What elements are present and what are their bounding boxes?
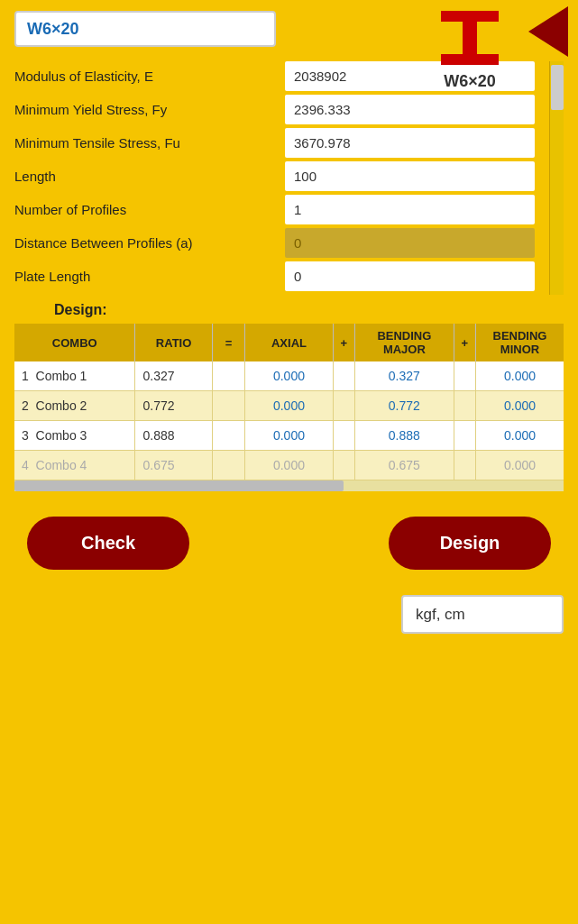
form-fields: Modulus of Elasticity, E Minimum Yield S… xyxy=(14,61,549,295)
table-row: 4 Combo 4 0.675 0.000 0.675 0.000 xyxy=(14,451,564,480)
buttons-row: Check Design xyxy=(0,499,578,588)
table-body: 1 Combo 1 0.327 0.000 0.327 0.000 2 Comb… xyxy=(14,361,564,480)
row4-bend-minor: 0.000 xyxy=(476,451,564,480)
table-row: 3 Combo 3 0.888 0.000 0.888 0.000 xyxy=(14,421,564,451)
row1-eq xyxy=(212,361,245,391)
section-select-wrapper: W6×20 W8×24 W10×30 W12×35 xyxy=(14,11,276,47)
beam-section-label: W6×20 xyxy=(444,72,496,91)
units-select[interactable]: kgf, cm kN, m lbf, in xyxy=(401,595,564,634)
table-horizontal-scrollbar[interactable] xyxy=(14,480,564,491)
header: W6×20 W8×24 W10×30 W12×35 W6×20 xyxy=(0,0,578,54)
table-scroll-area: COMBO RATIO = AXIAL + BENDINGMAJOR + BEN… xyxy=(14,324,564,491)
plate-length-label: Plate Length xyxy=(14,261,285,291)
num-profiles-row: Number of Profiles xyxy=(14,195,549,224)
back-arrow-icon xyxy=(528,6,568,57)
scrollbar-thumb xyxy=(551,65,564,110)
properties-scrollbar[interactable] xyxy=(549,61,564,295)
row2-axial: 0.000 xyxy=(245,391,333,421)
dist-profiles-label: Distance Between Profiles (a) xyxy=(14,228,285,258)
tensile-row: Minimum Tensile Stress, Fu xyxy=(14,128,549,158)
dist-profiles-input[interactable] xyxy=(285,228,535,258)
row3-plus1 xyxy=(333,421,354,451)
row1-plus2 xyxy=(454,361,475,391)
th-bend-minor: BENDINGMINOR xyxy=(476,324,564,361)
th-plus2: + xyxy=(454,324,475,361)
th-eq: = xyxy=(212,324,245,361)
num-profiles-label: Number of Profiles xyxy=(14,195,285,224)
num-profiles-input[interactable] xyxy=(285,195,535,224)
row3-num: 3 Combo 3 xyxy=(14,421,135,451)
row2-ratio: 0.772 xyxy=(135,391,212,421)
design-section: Design: COMBO RATIO = AXIAL + BENDINGMAJ… xyxy=(0,302,578,491)
row1-ratio: 0.327 xyxy=(135,361,212,391)
row3-bend-minor: 0.000 xyxy=(476,421,564,451)
length-input[interactable] xyxy=(285,161,535,191)
yield-row: Minimum Yield Stress, Fy xyxy=(14,95,549,124)
row2-bend-major: 0.772 xyxy=(355,391,454,421)
length-label: Length xyxy=(14,161,285,191)
row2-bend-minor: 0.000 xyxy=(476,391,564,421)
tensile-input[interactable] xyxy=(285,128,535,158)
row4-eq xyxy=(212,451,245,480)
plate-length-row: Plate Length xyxy=(14,261,549,291)
row2-plus1 xyxy=(333,391,354,421)
table-row: 2 Combo 2 0.772 0.000 0.772 0.000 xyxy=(14,391,564,421)
row3-ratio: 0.888 xyxy=(135,421,212,451)
design-label: Design: xyxy=(14,302,564,318)
plate-length-input[interactable] xyxy=(285,261,535,291)
row1-num: 1 Combo 1 xyxy=(14,361,135,391)
row4-num: 4 Combo 4 xyxy=(14,451,135,480)
i-beam-svg xyxy=(434,7,506,70)
row3-eq xyxy=(212,421,245,451)
row3-axial: 0.000 xyxy=(245,421,333,451)
row2-num: 2 Combo 2 xyxy=(14,391,135,421)
row3-plus2 xyxy=(454,421,475,451)
row2-plus2 xyxy=(454,391,475,421)
row4-plus1 xyxy=(333,451,354,480)
row1-plus1 xyxy=(333,361,354,391)
table-row: 1 Combo 1 0.327 0.000 0.327 0.000 xyxy=(14,361,564,391)
row4-bend-major: 0.675 xyxy=(355,451,454,480)
row4-ratio: 0.675 xyxy=(135,451,212,480)
th-combo: COMBO xyxy=(14,324,135,361)
row2-eq xyxy=(212,391,245,421)
yield-label: Minimum Yield Stress, Fy xyxy=(14,95,285,124)
i-beam-icon: W6×20 xyxy=(434,7,506,91)
row4-axial: 0.000 xyxy=(245,451,333,480)
properties-section: Modulus of Elasticity, E Minimum Yield S… xyxy=(0,61,578,295)
tensile-label: Minimum Tensile Stress, Fu xyxy=(14,128,285,158)
th-plus1: + xyxy=(333,324,354,361)
dist-profiles-row: Distance Between Profiles (a) xyxy=(14,228,549,258)
row1-axial: 0.000 xyxy=(245,361,333,391)
table-header: COMBO RATIO = AXIAL + BENDINGMAJOR + BEN… xyxy=(14,324,564,361)
row4-plus2 xyxy=(454,451,475,480)
row1-bend-major: 0.327 xyxy=(355,361,454,391)
back-button[interactable] xyxy=(526,9,571,54)
length-row: Length xyxy=(14,161,549,191)
th-axial: AXIAL xyxy=(245,324,333,361)
design-table: COMBO RATIO = AXIAL + BENDINGMAJOR + BEN… xyxy=(14,324,564,480)
yield-input[interactable] xyxy=(285,95,535,124)
row1-bend-minor: 0.000 xyxy=(476,361,564,391)
th-ratio: RATIO xyxy=(135,324,212,361)
section-select[interactable]: W6×20 W8×24 W10×30 W12×35 xyxy=(14,11,276,47)
th-bend-major: BENDINGMAJOR xyxy=(355,324,454,361)
check-button[interactable]: Check xyxy=(27,517,189,570)
svg-rect-1 xyxy=(463,22,477,54)
svg-rect-2 xyxy=(441,54,499,65)
units-row: kgf, cm kN, m lbf, in xyxy=(0,588,578,648)
h-scrollbar-thumb xyxy=(14,480,344,491)
row3-bend-major: 0.888 xyxy=(355,421,454,451)
svg-rect-0 xyxy=(441,11,499,22)
design-button[interactable]: Design xyxy=(389,517,551,570)
modulus-label: Modulus of Elasticity, E xyxy=(14,61,285,91)
